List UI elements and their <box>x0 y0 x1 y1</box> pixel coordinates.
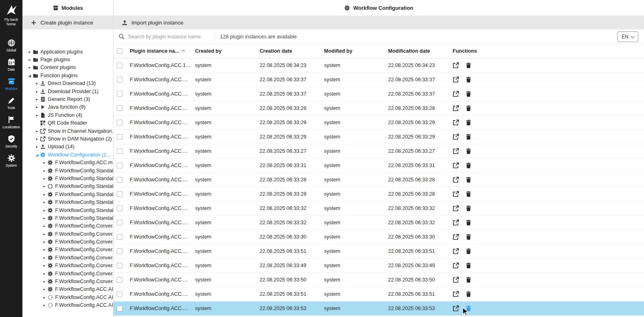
delete-instance-icon[interactable] <box>465 91 472 97</box>
expand-arrow-icon[interactable]: ▸ <box>41 200 47 204</box>
expand-arrow-icon[interactable]: ▸ <box>41 192 47 196</box>
expand-arrow-icon[interactable]: ▸ <box>34 105 40 109</box>
delete-instance-icon[interactable] <box>465 248 472 254</box>
tree-item[interactable]: ▸F.WorkflowConfig.Standal... <box>22 183 113 190</box>
tree-item[interactable]: ◢Workflow Configuration (1... <box>22 151 113 158</box>
expand-arrow-icon[interactable]: ▸ <box>34 137 40 141</box>
expand-arrow-icon[interactable]: ▸ <box>41 184 47 188</box>
row-checkbox[interactable] <box>117 63 122 68</box>
table-row[interactable]: F.WorkflowConfig.ACC.AI-...system22.08.2… <box>113 201 644 216</box>
tree-item[interactable]: QR Code Reader <box>22 119 113 127</box>
col-modified-by[interactable]: Modified by <box>324 48 388 54</box>
expand-arrow-icon[interactable]: ▸ <box>27 65 33 69</box>
expand-arrow-icon[interactable]: ▸ <box>34 89 40 94</box>
tree-item[interactable]: ▸F.WorkflowConfig.Standal... <box>22 206 113 214</box>
export-instance-icon[interactable] <box>453 91 459 97</box>
sidebar-item-data[interactable]: Data <box>0 55 22 74</box>
row-checkbox[interactable] <box>117 91 122 97</box>
table-row[interactable]: F.WorkflowConfig.ACC.AI-i...system22.08.… <box>113 144 644 158</box>
delete-instance-icon[interactable] <box>465 305 472 312</box>
tree-item[interactable]: ▸Show in Channel Navigation... <box>22 127 113 135</box>
delete-instance-icon[interactable] <box>465 105 472 112</box>
delete-instance-icon[interactable] <box>465 205 472 212</box>
expand-arrow-icon[interactable]: ▸ <box>34 129 40 133</box>
tree-item[interactable]: ◢Function plugins <box>22 71 113 79</box>
export-instance-icon[interactable] <box>453 248 459 254</box>
row-checkbox[interactable] <box>117 191 122 197</box>
table-row[interactable]: F.WorkflowConfig.ACC.AI-t...system22.08.… <box>113 259 644 273</box>
expand-arrow-icon[interactable]: ▸ <box>27 50 33 54</box>
table-row[interactable]: F.WorkflowConfig.ACC.AI-i...system22.08.… <box>113 158 644 173</box>
export-instance-icon[interactable] <box>453 105 459 112</box>
export-instance-icon[interactable] <box>453 305 459 312</box>
expand-arrow-icon[interactable]: ▸ <box>41 263 47 268</box>
tree-item[interactable]: ▸F.WorkflowConfig.Conver... <box>22 230 113 238</box>
row-checkbox[interactable] <box>117 234 122 240</box>
expand-arrow-icon[interactable]: ▸ <box>27 58 33 62</box>
delete-instance-icon[interactable] <box>465 262 472 269</box>
delete-instance-icon[interactable] <box>465 148 472 154</box>
language-selector[interactable]: EN <box>617 31 638 42</box>
export-instance-icon[interactable] <box>453 291 459 297</box>
table-row[interactable]: F.WorkflowConfig.ACC.AI-i...system22.08.… <box>113 130 644 144</box>
expand-arrow-icon[interactable]: ▸ <box>41 279 47 284</box>
row-checkbox[interactable] <box>117 306 122 311</box>
search-input[interactable] <box>128 34 215 40</box>
col-modification-date[interactable]: Modification date <box>388 48 453 54</box>
row-checkbox[interactable] <box>117 163 122 168</box>
sidebar-item-tools[interactable]: Tools <box>0 94 22 113</box>
col-plugin-instance-name[interactable]: Plugin instance na... <box>130 48 195 54</box>
tree-item[interactable]: ▸Direct Download (13) <box>22 80 113 87</box>
import-plugin-instance-button[interactable]: Import plugin instance <box>113 16 644 29</box>
expand-arrow-icon[interactable]: ▸ <box>34 113 40 117</box>
expand-arrow-icon[interactable]: ▸ <box>41 272 47 276</box>
home-logo[interactable]: Fly back home <box>2 0 21 36</box>
delete-instance-icon[interactable] <box>465 134 472 140</box>
row-checkbox[interactable] <box>117 220 122 225</box>
delete-instance-icon[interactable] <box>465 62 472 69</box>
export-instance-icon[interactable] <box>453 62 459 69</box>
tree-item[interactable]: ▸F.WorkflowConfig.ACC.AI-... <box>22 286 113 293</box>
table-row[interactable]: F.WorkflowConfig.ACC.AI-t...system22.08.… <box>113 287 644 301</box>
tree-item[interactable]: ▸F.WorkflowConfig.Conver... <box>22 246 113 254</box>
export-instance-icon[interactable] <box>453 277 459 283</box>
table-row[interactable]: F.WorkflowConfig.ACC.AI-T...system22.08.… <box>113 230 644 244</box>
tree-item[interactable]: ▸F.WorkflowConfig.Standal... <box>22 190 113 198</box>
delete-instance-icon[interactable] <box>465 234 472 240</box>
create-plugin-instance-button[interactable]: Create plugin instance <box>22 16 113 29</box>
export-instance-icon[interactable] <box>453 205 459 212</box>
row-checkbox[interactable] <box>117 248 122 254</box>
tree-item[interactable]: ▸F.WorkflowConfig.ACC.AI-... <box>22 301 113 309</box>
tree-item[interactable]: ▸F.WorkflowConfig.ACC.AI-... <box>22 293 113 301</box>
table-row[interactable]: F.WorkflowConfig.ACC.AI-i...system22.08.… <box>113 116 644 130</box>
col-created-by[interactable]: Created by <box>195 48 260 54</box>
expand-arrow-icon[interactable]: ▸ <box>41 176 47 181</box>
collapse-arrow-icon[interactable]: ◢ <box>27 74 33 78</box>
export-instance-icon[interactable] <box>453 148 459 154</box>
delete-instance-icon[interactable] <box>465 291 472 297</box>
table-row[interactable]: F.WorkflowConfig.ACC.AI-r...system22.08.… <box>113 216 644 230</box>
col-creation-date[interactable]: Creation date <box>260 48 324 54</box>
row-checkbox[interactable] <box>117 277 122 283</box>
expand-arrow-icon[interactable]: ▸ <box>41 248 47 252</box>
tree-item[interactable]: ▸F.WorkflowConfig.Conver... <box>22 238 113 246</box>
export-instance-icon[interactable] <box>453 162 459 169</box>
expand-arrow-icon[interactable]: ▸ <box>34 97 40 101</box>
delete-instance-icon[interactable] <box>465 191 472 197</box>
tree-item[interactable]: ▸F.WorkflowConfig.Conver... <box>22 270 113 277</box>
tree-item[interactable]: ▸JS Function (4) <box>22 111 113 119</box>
delete-instance-icon[interactable] <box>465 162 472 169</box>
row-checkbox[interactable] <box>117 105 122 111</box>
delete-instance-icon[interactable] <box>465 119 472 126</box>
export-instance-icon[interactable] <box>453 191 459 197</box>
expand-arrow-icon[interactable]: ▸ <box>41 303 47 307</box>
row-checkbox[interactable] <box>117 263 122 268</box>
row-checkbox[interactable] <box>117 148 122 154</box>
row-checkbox[interactable] <box>117 177 122 183</box>
row-checkbox[interactable] <box>117 205 122 211</box>
row-checkbox[interactable] <box>117 77 122 83</box>
row-checkbox[interactable] <box>117 134 122 140</box>
tree-item[interactable]: ▸Upload (14) <box>22 143 113 151</box>
table-row[interactable]: F.WorkflowConfig.ACC.AI-t...system22.08.… <box>113 244 644 259</box>
row-checkbox[interactable] <box>117 120 122 125</box>
